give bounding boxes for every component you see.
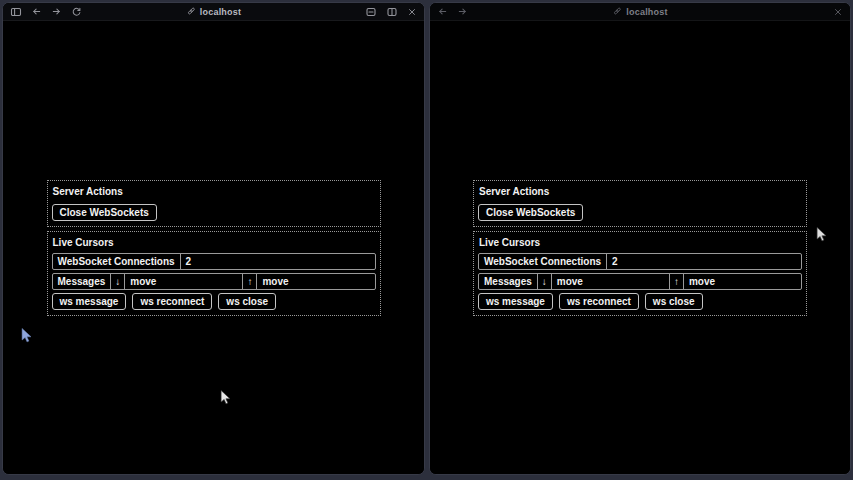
url-title: localhost	[186, 3, 241, 20]
sidebar-toggle-icon[interactable]	[10, 6, 22, 18]
ws-buttons-row: ws message ws reconnect ws close	[478, 293, 802, 310]
connections-label: WebSocket Connections	[53, 254, 180, 269]
forward-icon[interactable]	[51, 6, 62, 17]
live-cursors-title: Live Cursors	[53, 237, 376, 248]
server-actions-title: Server Actions	[53, 186, 376, 197]
live-cursors-section: Live Cursors WebSocket Connections 2 Mes…	[473, 231, 807, 316]
close-icon[interactable]	[407, 7, 417, 17]
arrow-up-icon: ↑	[242, 274, 256, 289]
connections-value: 2	[180, 254, 375, 269]
browser-window-right: localhost Server Actions Close WebSocket…	[429, 2, 851, 475]
toolbar-left-group	[10, 6, 82, 18]
ws-message-button[interactable]: ws message	[478, 293, 553, 310]
close-icon[interactable]	[833, 7, 843, 17]
live-cursors-section: Live Cursors WebSocket Connections 2 Mes…	[47, 231, 381, 316]
last-sent-message: move	[256, 274, 374, 289]
server-actions-section: Server Actions Close WebSockets	[473, 180, 807, 227]
ws-reconnect-button[interactable]: ws reconnect	[559, 293, 639, 310]
content-stack: Server Actions Close WebSockets Live Cur…	[47, 180, 381, 316]
server-actions-title: Server Actions	[479, 186, 802, 197]
toolbar-right-group	[833, 7, 843, 17]
websocket-connections-row: WebSocket Connections 2	[478, 253, 802, 270]
messages-row: Messages ↓ move ↑ move	[478, 273, 802, 290]
page-content: Server Actions Close WebSockets Live Cur…	[3, 21, 424, 474]
connections-value: 2	[606, 254, 801, 269]
messages-label: Messages	[53, 274, 111, 289]
last-sent-message: move	[683, 274, 801, 289]
forward-icon[interactable]	[457, 6, 468, 17]
arrow-up-icon: ↑	[669, 274, 683, 289]
ws-close-button[interactable]: ws close	[218, 293, 276, 310]
ws-buttons-row: ws message ws reconnect ws close	[52, 293, 376, 310]
arrow-down-icon: ↓	[537, 274, 551, 289]
connections-label: WebSocket Connections	[479, 254, 606, 269]
split-view-icon[interactable]	[386, 6, 398, 18]
titlebar[interactable]: localhost	[430, 3, 850, 21]
toolbar-right-group	[365, 6, 417, 18]
last-received-message: move	[124, 274, 242, 289]
back-icon[interactable]	[31, 6, 42, 17]
ws-reconnect-button[interactable]: ws reconnect	[132, 293, 212, 310]
websocket-connections-row: WebSocket Connections 2	[52, 253, 376, 270]
link-icon	[612, 6, 622, 18]
url-title: localhost	[612, 3, 667, 20]
back-icon[interactable]	[437, 6, 448, 17]
reader-view-icon[interactable]	[365, 6, 377, 18]
arrow-down-icon: ↓	[110, 274, 124, 289]
ws-message-button[interactable]: ws message	[52, 293, 127, 310]
url-text: localhost	[626, 7, 667, 17]
toolbar-left-group	[437, 6, 468, 17]
ws-close-button[interactable]: ws close	[645, 293, 703, 310]
close-websockets-button[interactable]: Close WebSockets	[478, 204, 583, 221]
reload-icon[interactable]	[71, 6, 82, 17]
close-websockets-button[interactable]: Close WebSockets	[52, 204, 157, 221]
live-cursors-title: Live Cursors	[479, 237, 802, 248]
page-content: Server Actions Close WebSockets Live Cur…	[430, 21, 850, 474]
messages-row: Messages ↓ move ↑ move	[52, 273, 376, 290]
last-received-message: move	[551, 274, 669, 289]
browser-window-left: localhost Server Actions Close WebSocket…	[2, 2, 425, 475]
url-text: localhost	[200, 7, 241, 17]
messages-label: Messages	[479, 274, 537, 289]
titlebar[interactable]: localhost	[3, 3, 424, 21]
content-stack: Server Actions Close WebSockets Live Cur…	[473, 180, 807, 316]
server-actions-section: Server Actions Close WebSockets	[47, 180, 381, 227]
link-icon	[186, 6, 196, 18]
